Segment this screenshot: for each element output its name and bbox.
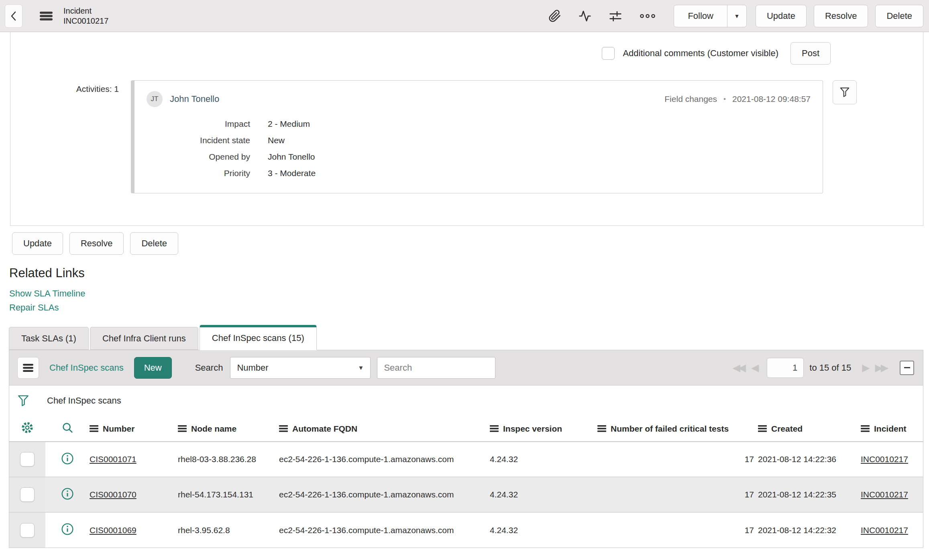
scan-number-link[interactable]: CIS0001069: [90, 526, 136, 535]
tab-task-slas[interactable]: Task SLAs (1): [9, 327, 89, 350]
column-header-number[interactable]: Number: [103, 424, 134, 434]
incident-link[interactable]: INC0010217: [861, 526, 908, 535]
show-sla-timeline-link[interactable]: Show SLA Timeline: [9, 288, 929, 299]
inspec-version-cell: 4.24.32: [490, 512, 597, 548]
list-toolbar: Chef InSpec scans New Search Number ▼ ◀◀…: [9, 350, 923, 386]
update-button-header[interactable]: Update: [756, 5, 807, 27]
list-search-toggle-button[interactable]: [61, 422, 73, 434]
column-menu-incident[interactable]: [861, 425, 870, 432]
record-preview-button[interactable]: [61, 487, 74, 500]
row-checkbox[interactable]: [20, 487, 35, 502]
incident-link[interactable]: INC0010217: [861, 454, 908, 464]
list-settings-button[interactable]: [21, 421, 34, 434]
table-header-row: Number Node name Automate FQDN Inspec ve…: [9, 416, 923, 442]
tab-chef-infra-client-runs[interactable]: Chef Infra Client runs: [90, 327, 198, 350]
follow-caret-button[interactable]: ▼: [727, 5, 746, 27]
column-header-inspec-version[interactable]: Inspec version: [503, 424, 562, 434]
column-header-created[interactable]: Created: [771, 424, 803, 434]
inspec-version-cell: 4.24.32: [490, 477, 597, 512]
record-preview-button[interactable]: [61, 452, 74, 465]
search-field-selected: Number: [237, 363, 268, 373]
list-menu-button[interactable]: [17, 357, 39, 379]
node-name-cell: rhel-54.173.154.131: [178, 477, 279, 512]
page-number-input[interactable]: [767, 358, 804, 378]
activity-stream-button[interactable]: [578, 10, 592, 22]
meta-separator: •: [723, 95, 726, 103]
column-menu-failed-critical-tests[interactable]: [597, 425, 606, 432]
activity-meta: Field changes • 2021-08-12 09:48:57: [664, 94, 811, 104]
search-icon: [61, 422, 73, 434]
attachment-button[interactable]: [548, 10, 561, 22]
incident-link[interactable]: INC0010217: [861, 490, 908, 499]
customer-visible-checkbox[interactable]: [602, 47, 615, 60]
resolve-button-header[interactable]: Resolve: [814, 5, 868, 27]
record-preview-button[interactable]: [61, 523, 74, 536]
info-icon: [61, 452, 74, 465]
column-menu-automate-fqdn[interactable]: [279, 425, 288, 432]
search-field-select[interactable]: Number ▼: [230, 357, 371, 379]
update-button-footer[interactable]: Update: [12, 232, 63, 255]
rows-icon: [758, 425, 767, 432]
column-header-node-name[interactable]: Node name: [191, 424, 236, 434]
rows-icon: [279, 425, 288, 432]
info-icon: [61, 523, 74, 536]
list-funnel-button[interactable]: [17, 394, 29, 407]
column-header-automate-fqdn[interactable]: Automate FQDN: [292, 424, 357, 434]
scan-number-link[interactable]: CIS0001071: [90, 454, 136, 464]
column-menu-created[interactable]: [758, 425, 767, 432]
first-page-icon[interactable]: ◀◀: [729, 362, 748, 373]
row-checkbox[interactable]: [20, 523, 35, 538]
list-filter-row: Chef InSpec scans: [9, 386, 923, 416]
funnel-icon: [17, 394, 29, 407]
repair-slas-link[interactable]: Repair SLAs: [9, 302, 929, 313]
record-type: Incident: [63, 6, 108, 16]
chef-inspec-scans-panel: Chef InSpec scans New Search Number ▼ ◀◀…: [9, 350, 923, 548]
delete-button-footer[interactable]: Delete: [130, 232, 178, 255]
row-checkbox[interactable]: [20, 452, 35, 467]
collapse-list-button[interactable]: [900, 361, 914, 375]
additional-comments-row: Additional comments (Customer visible) P…: [10, 41, 923, 66]
field-value: John Tonello: [268, 152, 811, 162]
new-record-button[interactable]: New: [134, 357, 172, 379]
sliders-icon: [609, 10, 622, 22]
funnel-icon: [839, 87, 850, 98]
related-links-title: Related Links: [9, 266, 929, 280]
menu-icon: [39, 11, 53, 21]
failed-critical-tests-cell: 17: [597, 477, 758, 512]
scans-table: Number Node name Automate FQDN Inspec ve…: [9, 416, 923, 548]
column-menu-node-name[interactable]: [178, 425, 187, 432]
delete-button-header[interactable]: Delete: [875, 5, 923, 27]
resolve-button-footer[interactable]: Resolve: [69, 232, 124, 255]
minus-icon: [904, 367, 910, 368]
column-header-failed-critical-tests[interactable]: Number of failed critical tests: [611, 424, 729, 434]
next-page-icon[interactable]: ▶: [858, 362, 871, 373]
column-menu-number[interactable]: [90, 425, 98, 432]
list-title-link[interactable]: Chef InSpec scans: [49, 363, 124, 373]
list-search-input[interactable]: [377, 357, 495, 379]
personalize-form-button[interactable]: [609, 10, 622, 22]
pagination-range-text: to 15 of 15: [809, 363, 851, 373]
scan-number-link[interactable]: CIS0001070: [90, 490, 136, 499]
rows-icon: [490, 425, 499, 432]
context-menu-button[interactable]: [39, 11, 53, 21]
activity-user-name[interactable]: John Tonello: [170, 94, 219, 104]
caret-down-icon: ▼: [358, 364, 364, 371]
table-row: CIS0001070 rhel-54.173.154.131 ec2-54-22…: [9, 477, 923, 512]
activity-filter-button[interactable]: [833, 80, 857, 104]
column-menu-inspec-version[interactable]: [490, 425, 499, 432]
record-number: INC0010217: [63, 16, 108, 26]
more-options-button[interactable]: [639, 13, 656, 19]
list-breadcrumb[interactable]: Chef InSpec scans: [47, 396, 121, 406]
prev-page-icon[interactable]: ◀: [748, 362, 760, 373]
last-page-icon[interactable]: ▶▶: [872, 362, 890, 373]
paperclip-icon: [548, 10, 561, 22]
field-value: 3 - Moderate: [268, 168, 811, 178]
post-button[interactable]: Post: [790, 42, 831, 65]
tab-chef-inspec-scans[interactable]: Chef InSpec scans (15): [200, 325, 317, 350]
column-header-incident[interactable]: Incident: [874, 424, 907, 434]
rows-icon: [178, 425, 187, 432]
back-button[interactable]: [5, 4, 22, 28]
activities-section: Activities: 1 JT John Tonello Field chan…: [10, 80, 923, 193]
incident-form-panel: Additional comments (Customer visible) P…: [10, 32, 923, 226]
follow-button[interactable]: Follow: [674, 5, 727, 27]
